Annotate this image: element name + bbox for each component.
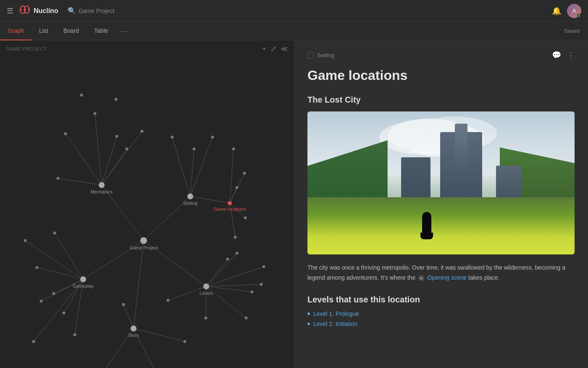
node-label-setting: Setting: [183, 201, 197, 206]
levels-list: Level 1: Prologue Level 2: Initiation: [307, 310, 575, 327]
svg-line-37: [206, 267, 264, 286]
graph-node-gameplay[interactable]: Gameplay: [73, 276, 94, 289]
svg-point-53: [40, 300, 43, 303]
svg-point-85: [203, 283, 209, 289]
svg-line-25: [34, 279, 83, 342]
tab-more-button[interactable]: ⋯: [116, 26, 132, 36]
expand-icon[interactable]: ⤢: [270, 45, 276, 53]
graph-visualization[interactable]: Game ProjectMechanicsSettingGame locatio…: [0, 40, 294, 368]
svg-point-65: [232, 148, 235, 151]
tab-table[interactable]: Table: [87, 22, 116, 40]
topbar-right: 🔔 A: [552, 4, 581, 18]
svg-line-39: [206, 284, 261, 286]
tab-list[interactable]: List: [32, 22, 56, 40]
tab-graph[interactable]: Graph: [0, 22, 32, 40]
graph-node-game_project[interactable]: Game Project: [129, 237, 158, 250]
comment-icon[interactable]: 💬: [552, 50, 561, 60]
svg-line-19: [55, 233, 83, 279]
collapse-panel-icon[interactable]: ≪: [281, 45, 288, 53]
lost-city-image: [307, 111, 575, 254]
svg-point-79: [122, 303, 125, 306]
svg-point-67: [236, 186, 239, 189]
svg-line-16: [102, 136, 117, 185]
add-node-icon[interactable]: +: [262, 45, 266, 53]
svg-line-10: [134, 241, 144, 328]
svg-point-56: [52, 292, 55, 295]
svg-point-46: [94, 112, 97, 115]
inline-doc-icon: ▣: [418, 275, 424, 281]
svg-point-59: [126, 148, 129, 151]
avatar-status-dot: [577, 14, 581, 18]
list-item: Level 2: Initiation: [307, 320, 575, 327]
nav-tabs: Graph List Board Table ⋯ Saved: [0, 22, 588, 40]
svg-point-70: [236, 252, 239, 255]
svg-line-26: [102, 149, 127, 185]
svg-point-73: [260, 283, 263, 286]
body-text-2: takes place.: [468, 274, 500, 281]
svg-point-57: [74, 334, 76, 336]
bullet-icon: [307, 312, 310, 315]
menu-icon[interactable]: ☰: [7, 6, 13, 16]
svg-line-15: [66, 134, 102, 185]
avatar[interactable]: A: [567, 4, 581, 18]
tab-board[interactable]: Board: [56, 22, 87, 40]
setting-checkbox[interactable]: [307, 52, 314, 58]
svg-point-51: [36, 266, 39, 269]
level1-link[interactable]: Level 1: Prologue: [313, 310, 359, 317]
svg-point-84: [80, 276, 86, 282]
city-ground: [307, 197, 575, 254]
doc-more-icon[interactable]: ⋮: [567, 50, 575, 60]
svg-point-63: [193, 148, 196, 151]
node-label-story: Story: [128, 333, 139, 338]
svg-line-38: [206, 286, 252, 292]
svg-point-48: [80, 94, 83, 97]
city-illustration: [307, 111, 575, 254]
svg-line-30: [190, 137, 213, 196]
graph-actions: + ⤢ ≪: [262, 45, 288, 53]
notification-icon[interactable]: 🔔: [552, 6, 561, 16]
graph-node-setting[interactable]: Setting: [183, 193, 197, 206]
svg-point-72: [251, 291, 254, 294]
svg-line-31: [230, 149, 234, 203]
search-area[interactable]: 🔍 Game Project: [68, 7, 115, 15]
svg-point-80: [140, 237, 147, 244]
more-tabs-icon: ⋯: [120, 27, 128, 35]
setting-row: Setting: [307, 52, 334, 58]
search-text: Game Project: [79, 8, 115, 14]
svg-line-18: [37, 267, 83, 279]
svg-point-77: [184, 340, 186, 343]
svg-point-68: [244, 217, 247, 220]
main-layout: GAME PROJECT + ⤢ ≪ Game ProjectMechanics…: [0, 40, 588, 368]
svg-point-86: [131, 326, 136, 331]
level2-link[interactable]: Level 2: Initiation: [313, 320, 357, 327]
logo[interactable]: Nuclino: [19, 5, 58, 17]
content-panel: Setting 💬 ⋮ Game locations The Lost City: [294, 40, 588, 368]
svg-point-58: [32, 340, 35, 343]
breadcrumb: GAME PROJECT: [6, 46, 47, 51]
svg-point-74: [245, 317, 248, 320]
graph-node-game_locations[interactable]: Game locations: [214, 201, 246, 212]
svg-point-60: [141, 130, 144, 133]
svg-point-62: [171, 136, 174, 139]
document-title: Game locations: [307, 67, 575, 83]
svg-line-43: [134, 328, 185, 342]
svg-point-55: [24, 239, 27, 242]
svg-point-47: [64, 132, 67, 135]
building-tower: [455, 124, 467, 174]
svg-point-75: [226, 258, 229, 261]
graph-node-story[interactable]: Story: [128, 326, 139, 338]
opening-scene-link[interactable]: Opening scene: [427, 274, 467, 281]
graph-panel: GAME PROJECT + ⤢ ≪ Game ProjectMechanics…: [0, 40, 294, 368]
node-label-game_project: Game Project: [129, 245, 158, 250]
setting-label: Setting: [317, 52, 334, 58]
node-label-mechanics: Mechanics: [91, 189, 113, 194]
svg-line-29: [190, 149, 194, 196]
topbar: ☰ Nuclino 🔍 Game Project 🔔 A: [0, 0, 588, 22]
svg-line-41: [206, 259, 228, 286]
svg-point-61: [115, 98, 118, 101]
svg-line-14: [95, 114, 102, 185]
levels-section-title: Levels that use this location: [307, 295, 575, 304]
svg-point-81: [99, 182, 105, 188]
svg-point-50: [57, 177, 60, 180]
svg-line-17: [58, 178, 102, 185]
